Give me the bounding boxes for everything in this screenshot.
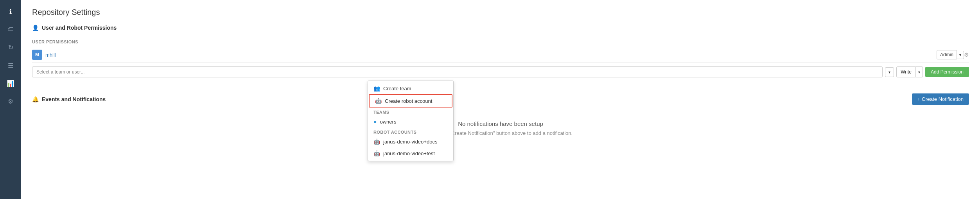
dropdown-item-robot-test-label: janus-demo-video+test [383,151,435,156]
add-permission-button[interactable]: Add Permission [925,67,969,77]
sidebar-icon-settings[interactable]: ⚙ [3,94,18,109]
sidebar-icon-list[interactable]: ☰ [3,58,18,73]
events-title-text: Events and Notifications [42,96,106,102]
no-notifications-title: No notifications have been setup [32,120,969,127]
user-role-selector: Admin ▾ [937,50,964,59]
bell-icon: 🔔 [32,96,39,102]
dropdown-item-owners-label: owners [380,119,396,125]
dropdown-item-robot-test[interactable]: 🤖 janus-demo-video+test [368,147,453,159]
user-name[interactable]: mhill [45,52,937,58]
dropdown-item-create-robot[interactable]: 🤖 Create robot account [369,94,452,108]
dropdown-item-create-robot-label: Create robot account [385,98,432,104]
sidebar-icon-tag[interactable]: 🏷 [3,22,18,37]
dropdown-item-create-team-label: Create team [383,86,411,91]
sidebar-icon-history[interactable]: ↻ [3,40,18,55]
sidebar-icon-info[interactable]: ℹ [3,4,18,19]
robot-test-icon: 🤖 [373,150,380,156]
sidebar: ℹ 🏷 ↻ ☰ 📊 ⚙ [0,0,21,199]
permissions-section-header: 👤 User and Robot Permissions [32,25,969,34]
role-admin-dropdown-button[interactable]: ▾ [957,51,964,59]
select-row: ▾ Write ▾ Add Permission [32,66,969,77]
dropdown-menu: 👥 Create team 🤖 Create robot account Tea… [368,81,454,161]
dropdown-item-create-team[interactable]: 👥 Create team [368,82,453,94]
user-settings-gear-button[interactable]: ⚙ [964,52,969,58]
dropdown-item-robot-docs-label: janus-demo-video+docs [383,139,437,145]
team-user-dropdown-button[interactable]: ▾ [885,67,894,77]
events-header: 🔔 Events and Notifications + Create Noti… [32,93,969,105]
no-notifications-container: No notifications have been setup Click t… [32,113,969,144]
write-btn-group: Write ▾ [896,66,923,77]
dropdown-robot-accounts-label: Robot Accounts [368,127,453,136]
no-notifications-desc: Click the "Create Notification" button a… [32,130,969,136]
events-section: 🔔 Events and Notifications + Create Noti… [32,87,969,144]
add-permission-row: ▾ Write ▾ Add Permission 👥 Create team 🤖… [32,66,969,77]
events-title: 🔔 Events and Notifications [32,96,106,102]
user-row: M mhill Admin ▾ ⚙ [32,47,969,63]
create-team-icon: 👥 [373,85,380,91]
dropdown-teams-label: Teams [368,108,453,116]
main-content: Repository Settings 👤 User and Robot Per… [21,0,980,199]
role-admin-button[interactable]: Admin [937,50,957,59]
team-user-search-input[interactable] [32,66,883,77]
write-dropdown-button[interactable]: ▾ [916,66,923,77]
write-button[interactable]: Write [896,66,916,77]
create-robot-icon: 🤖 [375,98,382,104]
create-notification-button[interactable]: + Create Notification [912,93,969,105]
permissions-icon: 👤 [32,25,39,31]
permissions-title: User and Robot Permissions [42,25,117,31]
robot-docs-icon: 🤖 [373,138,380,145]
owners-icon: ● [373,118,377,125]
page-title: Repository Settings [32,8,969,17]
avatar: M [32,50,42,60]
dropdown-item-owners[interactable]: ● owners [368,116,453,127]
user-permissions-label: USER PERMISSIONS [32,39,969,44]
sidebar-icon-chart[interactable]: 📊 [3,76,18,91]
dropdown-item-robot-docs[interactable]: 🤖 janus-demo-video+docs [368,136,453,147]
